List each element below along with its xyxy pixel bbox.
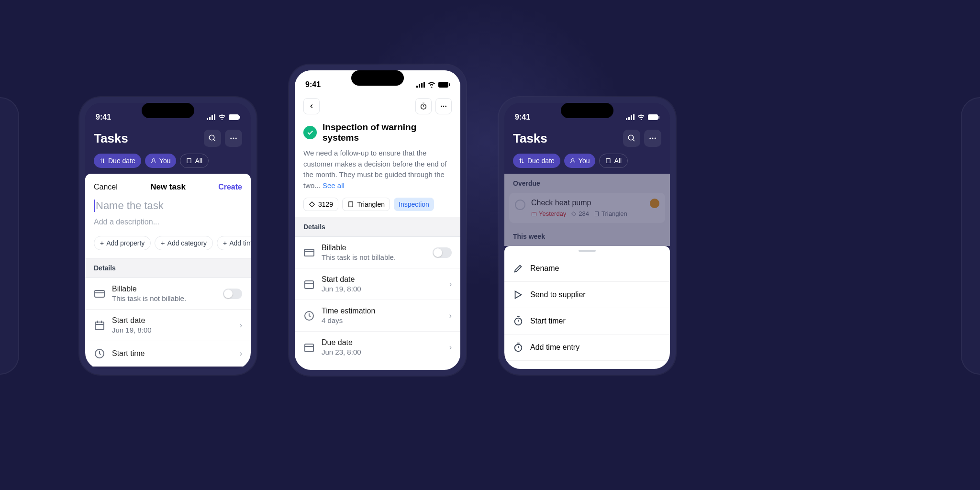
status-icons: [207, 114, 240, 120]
task-name-input[interactable]: Name the task: [94, 200, 251, 212]
back-button[interactable]: [303, 98, 320, 114]
chevron-right-icon: ›: [449, 343, 452, 352]
svg-point-11: [152, 159, 155, 161]
billable-row[interactable]: BillableThis task is not billable.: [295, 237, 460, 268]
svg-rect-37: [305, 281, 313, 289]
stopwatch-icon: [513, 342, 523, 353]
details-header: Details: [85, 258, 251, 278]
svg-rect-25: [423, 82, 425, 88]
wifi-icon: [637, 114, 645, 120]
time-est-row[interactable]: Time estimation4 days ›: [295, 300, 460, 332]
billable-toggle[interactable]: [223, 289, 242, 299]
svg-rect-34: [349, 202, 353, 207]
task-card[interactable]: Check heat pump Yesterday 284 Trianglen: [509, 193, 665, 223]
svg-point-51: [652, 138, 654, 139]
svg-rect-42: [626, 118, 627, 120]
cancel-button[interactable]: Cancel: [94, 183, 118, 191]
sort-chip[interactable]: Due date: [513, 154, 560, 168]
create-button[interactable]: Create: [218, 183, 242, 191]
more-icon: [440, 102, 447, 110]
svg-point-48: [628, 135, 634, 140]
svg-rect-15: [95, 290, 104, 297]
building-icon: [605, 158, 611, 164]
stopwatch-icon: [420, 102, 427, 110]
chevron-right-icon: ›: [240, 349, 242, 358]
more-button[interactable]: [644, 130, 661, 147]
status-time: 9:41: [96, 113, 111, 122]
convert-action[interactable]: Convert to inquiry: [504, 361, 670, 369]
partial-phone-left: [0, 97, 19, 375]
svg-rect-0: [207, 118, 208, 120]
see-all-link[interactable]: See all: [323, 181, 345, 189]
more-button[interactable]: [435, 98, 452, 114]
add-time-pill[interactable]: +Add time: [217, 236, 251, 250]
building-icon: [594, 211, 600, 217]
all-chip[interactable]: All: [180, 154, 209, 168]
more-button[interactable]: [225, 130, 242, 147]
search-button[interactable]: [204, 130, 221, 147]
stopwatch-icon: [513, 316, 523, 326]
timer-button[interactable]: [415, 98, 432, 114]
nav-row: [295, 93, 460, 119]
rename-action[interactable]: Rename: [504, 256, 670, 282]
status-time: 9:41: [305, 80, 321, 89]
you-chip[interactable]: You: [564, 154, 596, 168]
start-time-row[interactable]: Start time ›: [85, 341, 251, 367]
task-desc-input[interactable]: Add a description...: [85, 212, 251, 236]
svg-rect-24: [421, 83, 423, 88]
task-checkbox[interactable]: [515, 200, 525, 210]
start-date-row[interactable]: Start dateJun 19, 8:00 ›: [295, 268, 460, 300]
you-chip[interactable]: You: [145, 154, 177, 168]
svg-point-31: [441, 106, 442, 107]
id-tag[interactable]: 3129: [303, 198, 338, 211]
task-id: 284: [571, 210, 589, 217]
svg-point-50: [649, 138, 651, 139]
svg-point-32: [443, 106, 445, 107]
convert-icon: [513, 368, 523, 369]
sheet-handle[interactable]: [579, 250, 596, 252]
notch: [351, 70, 404, 86]
svg-rect-17: [95, 322, 104, 330]
signal-icon: [416, 82, 425, 88]
sort-chip[interactable]: Due date: [94, 154, 141, 168]
billable-row[interactable]: BillableThis task is not billable.: [85, 278, 251, 310]
user-icon: [570, 158, 576, 164]
action-sheet: Rename Send to supplier Start timer Add …: [504, 246, 670, 369]
due-date-row[interactable]: Due dateJun 23, 8:00 ›: [295, 332, 460, 363]
battery-icon: [229, 114, 240, 120]
tasks-header: Tasks Due date You All: [504, 126, 670, 174]
add-category-pill[interactable]: +Add category: [155, 236, 213, 250]
svg-rect-55: [532, 212, 536, 216]
task-date: Yesterday: [531, 210, 566, 217]
complete-check[interactable]: [303, 126, 317, 139]
location-tag[interactable]: Trianglen: [342, 198, 390, 211]
time-entry-action[interactable]: Add time entry: [504, 334, 670, 361]
sort-icon: [100, 158, 105, 164]
all-chip[interactable]: All: [599, 154, 628, 168]
svg-rect-54: [606, 159, 610, 163]
phone-task-detail: 9:41 Inspection of warning systems We ne…: [289, 65, 466, 376]
timer-action[interactable]: Start timer: [504, 308, 670, 334]
status-icons: [416, 82, 450, 88]
calendar-icon: [303, 278, 315, 290]
avatar: [650, 199, 659, 208]
svg-rect-23: [419, 84, 420, 88]
responsible-row[interactable]: C ResponsibleChristoffer Knudsen ›: [295, 363, 460, 370]
tasks-header: Tasks Due date You All: [85, 126, 251, 174]
start-date-row[interactable]: Start dateJun 19, 8:00 ›: [85, 310, 251, 341]
svg-rect-2: [212, 115, 213, 120]
svg-rect-46: [648, 114, 658, 120]
edit-icon: [513, 263, 523, 274]
billable-toggle[interactable]: [433, 247, 452, 258]
search-button[interactable]: [623, 130, 640, 147]
signal-icon: [207, 114, 215, 120]
chevron-right-icon: ›: [240, 321, 242, 330]
building-icon: [347, 201, 354, 208]
add-property-pill[interactable]: +Add property: [94, 236, 151, 250]
svg-point-33: [445, 106, 446, 107]
wifi-icon: [428, 82, 435, 88]
calendar-icon: [303, 342, 315, 353]
send-action[interactable]: Send to supplier: [504, 282, 670, 308]
category-tag[interactable]: Inspection: [394, 198, 434, 211]
details-header: Details: [295, 217, 460, 237]
